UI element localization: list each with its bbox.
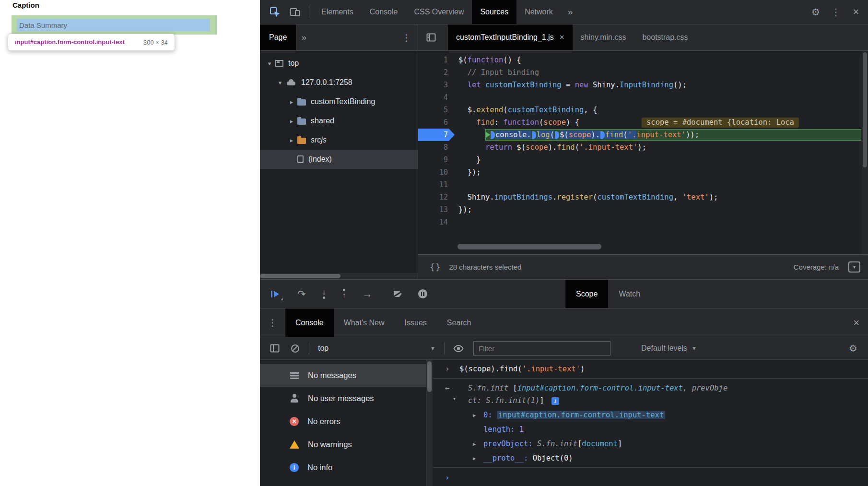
kebab-menu-icon[interactable]: ⋮ <box>826 0 846 24</box>
scrollbar-thumb[interactable] <box>427 361 432 392</box>
tree-item-srcjs[interactable]: ▸srcjs <box>260 130 418 150</box>
console-filter-no-errors[interactable]: No errors <box>260 410 426 433</box>
close-devtools-icon[interactable]: × <box>846 0 866 24</box>
tree-item-customTextBinding[interactable]: ▸customTextBinding <box>260 92 418 111</box>
live-expression-eye-icon[interactable] <box>448 337 469 359</box>
editor-vertical-scrollbar[interactable] <box>862 51 868 254</box>
console-result-row[interactable]: ← ▾ S.fn.init [input#caption.form-contro… <box>433 379 868 408</box>
line-number[interactable]: 9 <box>418 154 455 166</box>
line-number[interactable]: 4 <box>418 91 455 104</box>
more-tabs-icon[interactable]: » <box>561 0 580 24</box>
tree-expander-icon[interactable]: ▸ <box>287 118 296 125</box>
console-sidebar-scrollbar[interactable] <box>426 360 433 486</box>
execution-context-selector[interactable]: top ▼ <box>313 344 440 353</box>
resume-script-icon[interactable] <box>270 290 281 298</box>
tree-item-label: srcjs <box>311 136 327 144</box>
step-into-icon[interactable]: ↓ <box>322 288 326 299</box>
line-number[interactable]: 6 <box>418 116 455 129</box>
pause-on-exceptions-icon[interactable] <box>418 289 427 298</box>
console-property-prevobject[interactable]: ▶prevObject: S.fn.init [document] <box>433 437 868 451</box>
step-out-icon[interactable]: ↑ <box>342 288 346 299</box>
tab-scope[interactable]: Scope <box>565 280 608 308</box>
console-property-proto[interactable]: ▶__proto__: Object(0) <box>433 451 868 465</box>
navigator-more-tabs-icon[interactable]: » <box>296 24 312 50</box>
device-toolbar-icon[interactable] <box>285 0 305 24</box>
console-settings-gear-icon[interactable]: ⚙ <box>843 337 863 359</box>
collapse-caret-icon[interactable]: ▾ <box>453 396 456 402</box>
console-filter-no-user-messages[interactable]: No user messages <box>260 387 426 410</box>
console-property-length[interactable]: length: 1 <box>433 422 868 437</box>
console-filter-no-warnings[interactable]: No warnings <box>260 433 426 456</box>
expand-caret-icon[interactable]: ▶ <box>473 441 483 447</box>
tree-expander-icon[interactable]: ▸ <box>287 98 296 106</box>
clear-console-icon[interactable] <box>285 337 305 359</box>
close-tab-icon[interactable]: × <box>560 33 564 42</box>
line-number[interactable]: 11 <box>418 178 455 191</box>
tab-console[interactable]: Console <box>362 0 406 24</box>
navigator-kebab-icon[interactable]: ⋮ <box>395 24 418 50</box>
console-command-row[interactable]: › $(scope).find('.input-text') <box>433 360 868 379</box>
tree-expander-icon[interactable]: ▸ <box>287 137 296 144</box>
tab-page[interactable]: Page <box>260 24 296 50</box>
deactivate-breakpoints-icon[interactable] <box>394 291 402 297</box>
tab-css-overview[interactable]: CSS Overview <box>406 0 472 24</box>
tree-item-top[interactable]: ▾top <box>260 54 418 73</box>
drawer-tab-what-s-new[interactable]: What's New <box>334 308 395 337</box>
code-editor[interactable]: 1234567891011121314 $(function() { // In… <box>418 51 868 254</box>
close-drawer-icon[interactable]: × <box>845 308 868 337</box>
editor-horizontal-scrollbar[interactable] <box>457 244 601 249</box>
console-filter-no-messages[interactable]: No messages <box>260 364 426 387</box>
line-number[interactable]: 8 <box>418 141 455 154</box>
breakpoint-line-number[interactable]: 7 <box>418 129 455 141</box>
line-number[interactable]: 1 <box>418 54 455 66</box>
tree-item-shared[interactable]: ▸shared <box>260 111 418 130</box>
selection-handle[interactable] <box>555 131 559 139</box>
caption-text-input[interactable]: Data Summary <box>17 19 210 31</box>
pretty-print-icon[interactable]: {} <box>430 262 441 272</box>
step-over-icon[interactable]: ↷ <box>297 289 306 299</box>
step-icon[interactable]: → <box>363 289 373 299</box>
tree-item-index[interactable]: (index) <box>260 150 418 169</box>
coverage-toggle-icon[interactable]: ▾ <box>848 261 860 273</box>
line-number[interactable]: 3 <box>418 79 455 91</box>
console-prompt[interactable]: › <box>433 467 868 486</box>
drawer-tab-search[interactable]: Search <box>437 308 481 337</box>
file-tab-shiny-min-css[interactable]: shiny.min.css <box>573 24 634 50</box>
expand-caret-icon[interactable]: ▶ <box>473 412 483 418</box>
settings-gear-icon[interactable]: ⚙ <box>806 0 826 24</box>
inspect-element-icon[interactable] <box>265 0 285 24</box>
toggle-navigator-icon[interactable] <box>421 24 441 50</box>
log-levels-dropdown[interactable]: Default levels ▼ <box>641 344 697 353</box>
line-number[interactable]: 14 <box>418 216 455 228</box>
line-number[interactable]: 12 <box>418 191 455 203</box>
line-number[interactable]: 13 <box>418 203 455 216</box>
file-tab-bootstrap-css[interactable]: bootstrap.css <box>634 24 696 50</box>
tab-sources[interactable]: Sources <box>472 0 516 24</box>
console-filter-partial[interactable] <box>260 479 426 486</box>
tab-elements[interactable]: Elements <box>313 0 362 24</box>
tree-expander-icon[interactable]: ▾ <box>275 79 285 86</box>
selection-handle[interactable] <box>491 131 495 139</box>
line-number[interactable]: 2 <box>418 66 455 79</box>
scrollbar-thumb[interactable] <box>260 274 340 278</box>
line-number[interactable]: 5 <box>418 104 455 116</box>
navigator-horizontal-scrollbar[interactable] <box>260 273 418 279</box>
tab-watch[interactable]: Watch <box>608 280 651 308</box>
line-number[interactable]: 10 <box>418 166 455 178</box>
tree-item-127-0-0-1-7258[interactable]: ▾127.0.0.1:7258 <box>260 73 418 92</box>
selection-handle[interactable] <box>532 131 536 139</box>
drawer-tab-console[interactable]: Console <box>285 308 334 337</box>
expand-caret-icon[interactable]: ▶ <box>473 455 483 461</box>
file-tab-customtextinputbinding-1-js[interactable]: customTextInputBinding_1.js× <box>448 24 573 50</box>
console-sidebar-icon[interactable] <box>265 337 285 359</box>
tab-network[interactable]: Network <box>516 0 561 24</box>
selection-handle[interactable] <box>600 131 605 139</box>
console-filter-no-info[interactable]: No info <box>260 456 426 479</box>
tree-expander-icon[interactable]: ▾ <box>265 60 274 67</box>
scrollbar-thumb[interactable] <box>863 52 867 167</box>
drawer-tab-issues[interactable]: Issues <box>395 308 437 337</box>
console-filter-input[interactable] <box>473 341 610 356</box>
console-property-0[interactable]: ▶0: input#caption.form-control.input-tex… <box>433 408 868 422</box>
drawer-kebab-icon[interactable]: ⋮ <box>260 308 285 337</box>
jquery-info-icon[interactable]: i <box>551 397 559 405</box>
